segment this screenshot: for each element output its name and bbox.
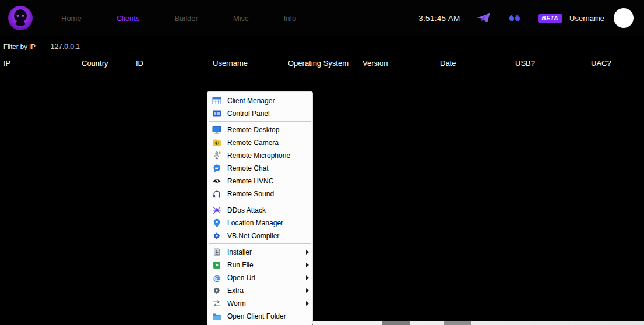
nav-item-builder[interactable]: Builder bbox=[174, 14, 198, 23]
ddos-attack-icon bbox=[212, 206, 221, 215]
column-uac[interactable]: UAC? bbox=[591, 59, 644, 68]
submenu-arrow-icon bbox=[306, 288, 309, 293]
submenu-arrow-icon bbox=[306, 275, 309, 280]
remote-desktop-icon bbox=[212, 125, 221, 135]
remote-camera-icon bbox=[212, 138, 221, 147]
menu-item-client-manager[interactable]: Client Menager bbox=[207, 94, 312, 107]
menu-item-label: Worm bbox=[227, 299, 302, 308]
app-logo-icon bbox=[7, 5, 34, 31]
column-ip[interactable]: IP bbox=[3, 59, 82, 68]
extra-gear-icon bbox=[212, 286, 221, 295]
menu-item-label: Remote HVNC bbox=[227, 177, 309, 185]
menu-item-remote-hvnc[interactable]: Remote HVNC bbox=[207, 175, 312, 188]
nav-item-clients[interactable]: Clients bbox=[117, 14, 140, 23]
filter-row: Filter by IP bbox=[3, 43, 132, 51]
menu-item-remote-desktop[interactable]: Remote Desktop bbox=[207, 123, 312, 136]
menu-item-label: Installer bbox=[227, 248, 302, 256]
menu-item-open-client-folder[interactable]: Open Client Folder bbox=[207, 310, 312, 323]
column-operating-system[interactable]: Operating System bbox=[288, 59, 363, 68]
svg-text:@: @ bbox=[213, 274, 220, 282]
telegram-icon[interactable] bbox=[477, 12, 491, 24]
menu-item-ddos-attack[interactable]: DDos Attack bbox=[207, 204, 312, 217]
menu-item-label: Open Url bbox=[227, 274, 302, 282]
topbar-right-cluster: 3:51:45 AM BETA Username bbox=[418, 0, 644, 36]
nav-item-info[interactable]: Info bbox=[284, 14, 297, 23]
worm-icon bbox=[212, 299, 221, 308]
background-window-strip bbox=[313, 321, 644, 325]
remote-microphone-icon bbox=[212, 151, 221, 160]
nav-item-home[interactable]: Home bbox=[61, 14, 82, 23]
menu-item-label: VB.Net Compiler bbox=[227, 232, 309, 240]
menu-item-remote-chat[interactable]: Remote Chat bbox=[207, 162, 312, 175]
menu-item-remote-camera[interactable]: Remote Camera bbox=[207, 136, 312, 149]
menu-item-run-file[interactable]: Run File bbox=[207, 259, 312, 271]
run-file-icon bbox=[212, 260, 221, 270]
column-version[interactable]: Version bbox=[363, 59, 440, 68]
menu-item-remote-microphone[interactable]: Remote Microphone bbox=[207, 149, 312, 162]
menu-separator bbox=[209, 121, 311, 122]
open-client-folder-icon bbox=[212, 312, 221, 321]
top-navigation-bar: Home Clients Builder Misc Info 3:51:45 A… bbox=[0, 0, 644, 36]
main-nav: Home Clients Builder Misc Info bbox=[61, 0, 296, 36]
clients-table-header: IP Country ID Username Operating System … bbox=[0, 59, 644, 68]
strip-segment bbox=[444, 321, 471, 325]
menu-item-control-panel[interactable]: Control Panel bbox=[207, 107, 312, 120]
menu-item-label: Run File bbox=[227, 261, 302, 269]
menu-item-extra[interactable]: Extra bbox=[207, 284, 312, 297]
column-username[interactable]: Username bbox=[213, 59, 288, 68]
menu-separator bbox=[209, 202, 311, 202]
menu-item-label: Control Panel bbox=[227, 109, 309, 118]
menu-item-label: Location Manager bbox=[227, 219, 309, 227]
menu-item-remote-sound[interactable]: Remote Sound bbox=[207, 188, 312, 200]
clock: 3:51:45 AM bbox=[418, 14, 460, 23]
control-panel-icon bbox=[212, 109, 221, 118]
filter-by-ip-label: Filter by IP bbox=[3, 43, 36, 50]
remote-sound-icon bbox=[212, 189, 221, 199]
remote-hvnc-icon bbox=[212, 176, 221, 186]
username-label: Username bbox=[569, 14, 604, 23]
menu-item-label: Extra bbox=[227, 287, 302, 295]
submenu-arrow-icon bbox=[306, 263, 309, 267]
client-manager-icon bbox=[212, 96, 221, 105]
menu-item-label: Remote Camera bbox=[227, 139, 309, 147]
vbnet-compiler-icon bbox=[212, 231, 221, 241]
menu-item-label: DDos Attack bbox=[227, 206, 309, 214]
menu-item-vbnet-compiler[interactable]: VB.Net Compiler bbox=[207, 229, 312, 242]
location-manager-icon bbox=[212, 218, 221, 228]
submenu-arrow-icon bbox=[306, 301, 309, 306]
column-country[interactable]: Country bbox=[82, 59, 136, 68]
menu-item-location-manager[interactable]: Location Manager bbox=[207, 217, 312, 229]
menu-item-installer[interactable]: Installer bbox=[207, 246, 312, 259]
installer-icon bbox=[212, 248, 221, 257]
strip-segment bbox=[382, 321, 410, 325]
filter-ip-input[interactable] bbox=[51, 43, 132, 51]
beta-badge: BETA bbox=[538, 14, 562, 23]
menu-item-open-url[interactable]: @ Open Url bbox=[207, 271, 312, 284]
column-id[interactable]: ID bbox=[136, 59, 213, 68]
open-url-icon: @ bbox=[212, 273, 221, 282]
submenu-arrow-icon bbox=[306, 250, 309, 255]
app-logo[interactable] bbox=[7, 5, 34, 31]
menu-item-label: Remote Sound bbox=[227, 190, 309, 198]
column-usb[interactable]: USB? bbox=[515, 59, 591, 68]
column-date[interactable]: Date bbox=[440, 59, 515, 68]
menu-item-label: Remote Chat bbox=[227, 164, 309, 172]
nav-item-misc[interactable]: Misc bbox=[233, 14, 249, 23]
menu-separator bbox=[209, 243, 311, 244]
menu-item-label: Remote Microphone bbox=[227, 151, 309, 160]
menu-item-label: Client Menager bbox=[227, 97, 309, 105]
quotes-icon[interactable] bbox=[508, 13, 520, 23]
avatar[interactable] bbox=[614, 8, 634, 28]
client-context-menu: Client Menager Control Panel Remote Desk… bbox=[207, 91, 313, 325]
remote-chat-icon bbox=[212, 164, 221, 173]
menu-item-worm[interactable]: Worm bbox=[207, 297, 312, 310]
menu-item-label: Remote Desktop bbox=[227, 126, 309, 134]
menu-item-label: Open Client Folder bbox=[227, 312, 309, 320]
